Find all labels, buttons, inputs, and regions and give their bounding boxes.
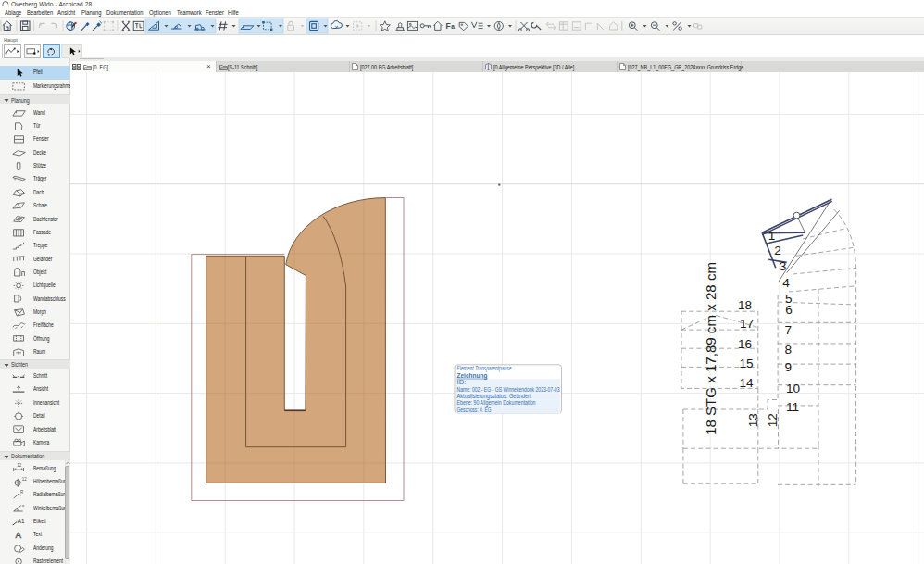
svg-text:13: 13 <box>746 413 760 427</box>
svg-text:17: 17 <box>740 317 754 331</box>
svg-text:α: α <box>22 504 25 508</box>
svg-text:11: 11 <box>786 400 799 414</box>
svg-text:3: 3 <box>780 259 787 273</box>
svg-text:ID:: ID: <box>457 379 467 385</box>
svg-text:12: 12 <box>22 477 27 482</box>
svg-text:6: 6 <box>785 303 793 317</box>
svg-text:A: A <box>16 531 22 540</box>
svg-text:12: 12 <box>766 413 780 427</box>
svg-text:R: R <box>20 490 24 495</box>
svg-text:A1: A1 <box>18 518 25 524</box>
svg-text:18 STG x 17,89 cm x 28 cm: 18 STG x 17,89 cm x 28 cm <box>705 262 718 435</box>
svg-text:16: 16 <box>738 337 752 351</box>
svg-text:4: 4 <box>782 276 790 290</box>
svg-text:1: 1 <box>768 229 776 243</box>
svg-text:15: 15 <box>739 357 753 370</box>
svg-text:12: 12 <box>17 463 21 468</box>
svg-text:Geschoss: 0. EG: Geschoss: 0. EG <box>457 407 492 413</box>
svg-text:Name: 002 - EG - GS Winnekendo: Name: 002 - EG - GS Winnekendonk 2023-07… <box>457 386 560 393</box>
svg-text:8: 8 <box>784 343 792 357</box>
svg-text:a: a <box>451 23 455 30</box>
svg-text:F: F <box>446 21 451 31</box>
svg-text:14: 14 <box>739 376 754 390</box>
svg-text:2: 2 <box>774 244 781 257</box>
svg-text:10: 10 <box>786 382 801 395</box>
svg-text:9: 9 <box>784 360 792 374</box>
svg-text:7: 7 <box>784 323 792 337</box>
svg-text:18: 18 <box>738 298 752 312</box>
